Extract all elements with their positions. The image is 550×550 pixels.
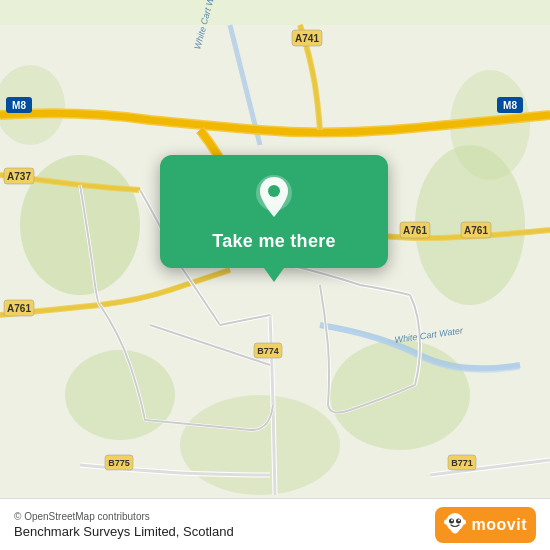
osm-credit: © OpenStreetMap contributors	[14, 511, 234, 522]
map-container: M8 M8 A741 A737 A761 A761 A761 B774 B775…	[0, 0, 550, 550]
svg-point-36	[451, 519, 453, 521]
svg-point-37	[458, 519, 460, 521]
svg-text:M8: M8	[503, 100, 517, 111]
svg-point-32	[268, 185, 280, 197]
bottom-bar: © OpenStreetMap contributors Benchmark S…	[0, 498, 550, 550]
popup-card[interactable]: Take me there	[160, 155, 388, 268]
svg-point-39	[462, 519, 466, 524]
svg-point-33	[446, 513, 464, 531]
svg-point-38	[444, 519, 448, 524]
svg-point-3	[330, 340, 470, 450]
svg-point-1	[20, 155, 140, 295]
svg-text:B775: B775	[108, 458, 130, 468]
moovit-logo[interactable]: moovit	[435, 507, 536, 543]
svg-text:B774: B774	[257, 346, 279, 356]
svg-point-5	[180, 395, 340, 495]
svg-point-4	[65, 350, 175, 440]
moovit-text: moovit	[472, 516, 527, 534]
location-name: Benchmark Surveys Limited, Scotland	[14, 524, 234, 539]
svg-text:A761: A761	[7, 303, 31, 314]
svg-text:B771: B771	[451, 458, 473, 468]
svg-text:M8: M8	[12, 100, 26, 111]
moovit-mascot-icon	[444, 512, 466, 538]
svg-text:A737: A737	[7, 171, 31, 182]
location-pin-icon	[250, 173, 298, 221]
svg-text:A741: A741	[295, 33, 319, 44]
bottom-left: © OpenStreetMap contributors Benchmark S…	[14, 511, 234, 539]
svg-text:A761: A761	[464, 225, 488, 236]
popup-label: Take me there	[212, 231, 336, 252]
svg-text:A761: A761	[403, 225, 427, 236]
